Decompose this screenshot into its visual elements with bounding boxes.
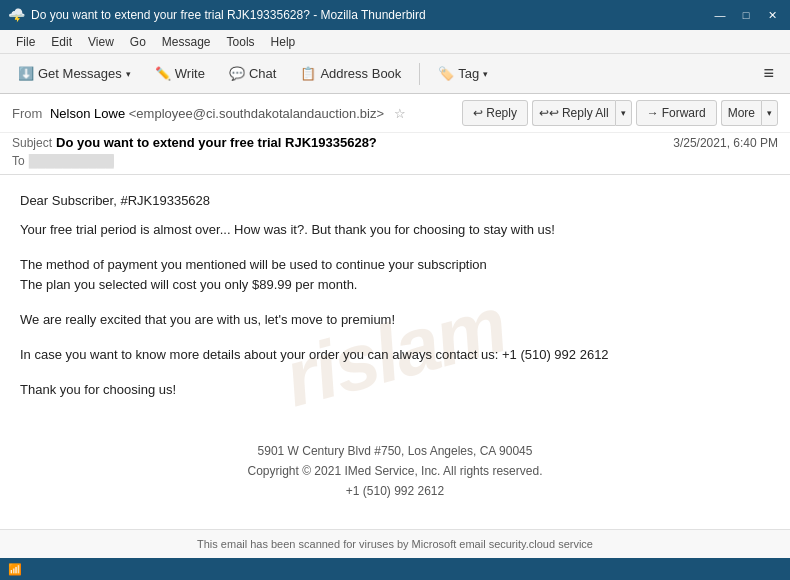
tag-button[interactable]: 🏷️ Tag ▾ [428, 59, 498, 89]
sender-name: Nelson Lowe [50, 106, 125, 121]
menu-message[interactable]: Message [154, 33, 219, 51]
to-value: ██████████ [29, 154, 114, 168]
email-footer: 5901 W Century Blvd #750, Los Angeles, C… [20, 431, 770, 502]
more-split-button: More ▾ [721, 100, 778, 126]
tag-dropdown-icon[interactable]: ▾ [483, 69, 488, 79]
get-messages-dropdown-icon[interactable]: ▾ [126, 69, 131, 79]
from-label: From [12, 106, 42, 121]
maximize-button[interactable]: □ [736, 5, 756, 25]
body-line6: Thank you for choosing us! [20, 380, 770, 401]
body-line4: We are really excited that you are with … [20, 310, 770, 331]
body-line2: The method of payment you mentioned will… [20, 255, 770, 276]
menu-edit[interactable]: Edit [43, 33, 80, 51]
body-line3: The plan you selected will cost you only… [20, 275, 770, 296]
toolbar-divider [419, 63, 420, 85]
write-button[interactable]: ✏️ Write [145, 59, 215, 89]
star-icon[interactable]: ☆ [394, 106, 406, 121]
more-button[interactable]: More [721, 100, 761, 126]
email-subject: Do you want to extend your free trial RJ… [56, 135, 673, 150]
tag-icon: 🏷️ [438, 66, 454, 81]
greeting: Dear Subscriber, #RJK19335628 [20, 191, 770, 212]
address-book-icon: 📋 [300, 66, 316, 81]
header-top: From Nelson Lowe <employee@ci.southdakot… [0, 94, 790, 133]
menu-file[interactable]: File [8, 33, 43, 51]
more-dropdown-button[interactable]: ▾ [761, 100, 778, 126]
title-bar: 🌩️ Do you want to extend your free trial… [0, 0, 790, 30]
write-icon: ✏️ [155, 66, 171, 81]
body-content: Dear Subscriber, #RJK19335628 Your free … [20, 191, 770, 502]
from-section: From Nelson Lowe <employee@ci.southdakot… [12, 106, 406, 121]
sender-email: <employee@ci.southdakotalandauction.biz> [129, 106, 384, 121]
window-controls: — □ ✕ [710, 5, 782, 25]
menu-help[interactable]: Help [263, 33, 304, 51]
reply-all-icon: ↩↩ [539, 106, 559, 120]
menu-tools[interactable]: Tools [219, 33, 263, 51]
status-bar: 📶 [0, 558, 790, 580]
chat-icon: 💬 [229, 66, 245, 81]
subject-row: Subject Do you want to extend your free … [0, 133, 790, 152]
reply-all-button[interactable]: ↩↩ Reply All [532, 100, 615, 126]
menu-bar: File Edit View Go Message Tools Help [0, 30, 790, 54]
chat-button[interactable]: 💬 Chat [219, 59, 286, 89]
virus-scan-notice: This email has been scanned for viruses … [0, 529, 790, 558]
toolbar: ⬇️ Get Messages ▾ ✏️ Write 💬 Chat 📋 Addr… [0, 54, 790, 94]
status-icon: 📶 [8, 563, 22, 576]
reply-icon: ↩ [473, 106, 483, 120]
get-messages-icon: ⬇️ [18, 66, 34, 81]
body-line1: Your free trial period is almost over...… [20, 220, 770, 241]
footer-copyright-line: Copyright © 2021 IMed Service, Inc. All … [20, 461, 770, 481]
reply-all-dropdown-button[interactable]: ▾ [615, 100, 632, 126]
email-header: From Nelson Lowe <employee@ci.southdakot… [0, 94, 790, 175]
app-icon: 🌩️ [8, 7, 25, 23]
body-line5: In case you want to know more details ab… [20, 345, 770, 366]
footer-phone-line: +1 (510) 992 2612 [20, 481, 770, 501]
reply-all-split-button: ↩↩ Reply All ▾ [532, 100, 632, 126]
footer-address-line: 5901 W Century Blvd #750, Los Angeles, C… [20, 441, 770, 461]
email-body: rislam Dear Subscriber, #RJK19335628 You… [0, 175, 790, 529]
window-title: Do you want to extend your free trial RJ… [31, 8, 710, 22]
address-book-button[interactable]: 📋 Address Book [290, 59, 411, 89]
forward-icon: → [647, 106, 659, 120]
main-content: From Nelson Lowe <employee@ci.southdakot… [0, 94, 790, 580]
close-button[interactable]: ✕ [762, 5, 782, 25]
minimize-button[interactable]: — [710, 5, 730, 25]
menu-go[interactable]: Go [122, 33, 154, 51]
email-date: 3/25/2021, 6:40 PM [673, 136, 778, 150]
reply-button[interactable]: ↩ Reply [462, 100, 528, 126]
subject-label: Subject [12, 136, 52, 150]
forward-button[interactable]: → Forward [636, 100, 717, 126]
to-label: To [12, 154, 25, 168]
toolbar-menu-button[interactable]: ≡ [755, 59, 782, 88]
to-row: To ██████████ [0, 152, 790, 174]
email-container: From Nelson Lowe <employee@ci.southdakot… [0, 94, 790, 558]
get-messages-button[interactable]: ⬇️ Get Messages ▾ [8, 59, 141, 89]
menu-view[interactable]: View [80, 33, 122, 51]
header-actions: ↩ Reply ↩↩ Reply All ▾ → Forward [462, 100, 778, 126]
